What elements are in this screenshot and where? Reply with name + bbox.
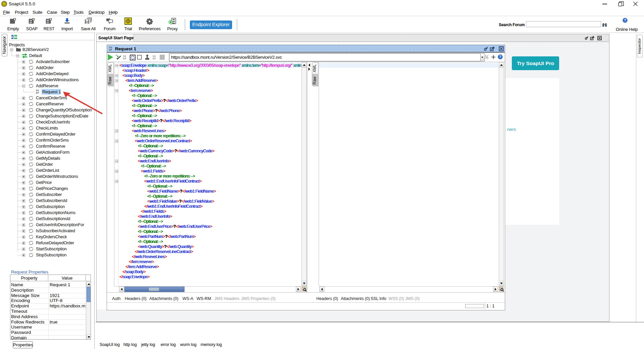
svg-text:AP: AP xyxy=(30,21,32,24)
svg-text:?: ? xyxy=(499,55,501,59)
svg-text:?: ? xyxy=(624,18,626,22)
svg-text:ST: ST xyxy=(47,21,49,24)
